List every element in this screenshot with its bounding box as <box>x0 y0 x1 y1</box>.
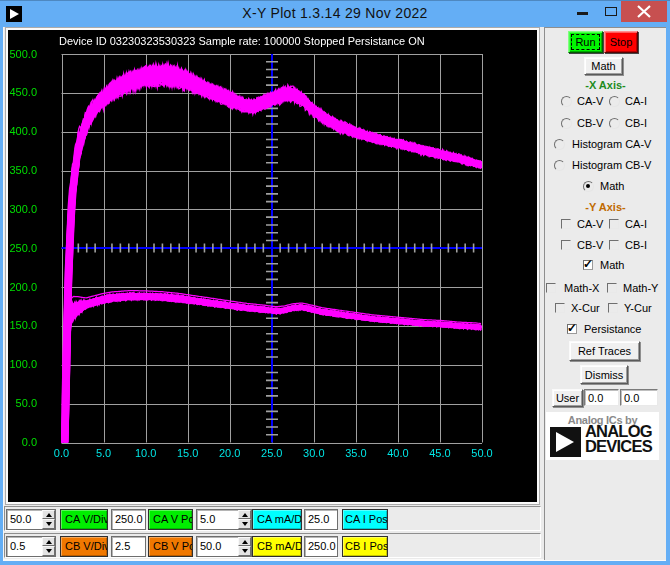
checkbox-persistance[interactable]: ✓ <box>567 324 577 334</box>
checkbox-y-cur[interactable]: ✓ <box>608 303 618 313</box>
titlebar: X-Y Plot 1.3.14 29 Nov 2022 <box>0 0 670 27</box>
radio-x-math[interactable] <box>583 181 594 192</box>
ca-i-pos-input[interactable]: 25.0 <box>304 509 338 530</box>
checkbox-y-cb-i[interactable]: ✓ <box>609 240 619 250</box>
cb-v-div-spinbox[interactable]: 0.5 <box>6 536 56 557</box>
ca-ma-div-button-label: CA mA/Div <box>257 513 302 525</box>
up-arrow-icon <box>242 540 248 544</box>
x-axis-section-label: -X Axis- <box>545 79 666 91</box>
ca-v-div-value[interactable]: 50.0 <box>10 510 31 529</box>
y-axis-section-label: -Y Axis- <box>545 201 666 213</box>
ca-i-div-value[interactable]: 5.0 <box>200 510 215 529</box>
dismiss-button[interactable]: Dismiss <box>580 365 628 384</box>
ca-v-div-up-button[interactable] <box>42 510 55 520</box>
app-window: X-Y Plot 1.3.14 29 Nov 2022 Run Stop Mat… <box>0 0 670 565</box>
up-arrow-icon <box>46 513 52 517</box>
checkbox-y-ca-v[interactable]: ✓ <box>561 219 571 229</box>
radio-x-cb-i[interactable] <box>609 118 620 129</box>
ca-controls-row: 50.0 CA V/Div 250.0 CA V Pos 5.0 CA mA/D… <box>4 506 541 531</box>
ca-i-div-down-button[interactable] <box>238 519 251 529</box>
ca-v-div-spinbox[interactable]: 50.0 <box>6 509 56 530</box>
user-button[interactable]: User <box>552 389 583 407</box>
radio-x-ca-v-label: CA-V <box>577 95 603 107</box>
ca-i-pos-value: 25.0 <box>308 513 329 525</box>
checkbox-y-math[interactable]: ✓ <box>583 260 593 270</box>
ca-i-div-up-button[interactable] <box>238 510 251 520</box>
radio-x-ca-i-label: CA-I <box>625 95 647 107</box>
cb-i-div-value[interactable]: 50.0 <box>200 537 221 556</box>
stop-button-label: Stop <box>610 36 633 48</box>
checkbox-math-x-label: Math-X <box>564 282 599 294</box>
radio-x-histogram-cb-v-label: Histogram CB-V <box>572 159 651 171</box>
up-arrow-icon <box>242 513 248 517</box>
cb-i-div-up-button[interactable] <box>238 537 251 547</box>
plot-frame <box>5 27 540 505</box>
ca-v-div-button[interactable]: CA V/Div <box>60 509 108 530</box>
radio-x-cb-v[interactable] <box>561 118 572 129</box>
minimize-button[interactable] <box>568 1 596 22</box>
maximize-button[interactable] <box>596 1 624 22</box>
down-arrow-icon <box>242 549 248 553</box>
checkbox-x-cur-label: X-Cur <box>571 302 600 314</box>
cb-i-pos-value: 250.0 <box>308 540 336 552</box>
radio-x-ca-v[interactable] <box>561 96 572 107</box>
checkbox-y-math-label: Math <box>600 259 624 271</box>
math-button[interactable]: Math <box>584 57 623 75</box>
radio-x-ca-i[interactable] <box>609 96 620 107</box>
ca-ma-div-button[interactable]: CA mA/Div <box>252 509 302 530</box>
user-value-1-input[interactable]: 0.0 <box>584 389 619 406</box>
cb-i-pos-button[interactable]: CB I Pos <box>342 536 388 557</box>
close-button[interactable] <box>621 1 667 22</box>
cb-v-div-value[interactable]: 0.5 <box>10 537 25 556</box>
cb-v-div-up-button[interactable] <box>42 537 55 547</box>
ref-traces-button[interactable]: Ref Traces <box>569 341 640 361</box>
cb-ma-div-button[interactable]: CB mA/Div <box>252 536 302 557</box>
cb-i-div-down-button[interactable] <box>238 546 251 556</box>
cb-v-pos-button[interactable]: CB V Pos <box>148 536 193 557</box>
cb-i-pos-input[interactable]: 250.0 <box>304 536 338 557</box>
adi-logo-line2: DEVICES <box>585 439 659 454</box>
ca-v-div-down-button[interactable] <box>42 519 55 529</box>
user-value-2-input[interactable]: 0.0 <box>620 389 658 406</box>
radio-x-histogram-ca-v[interactable] <box>554 139 565 150</box>
adi-logo: Analog ICs by ANALOG DEVICES <box>546 412 659 460</box>
checkbox-x-cur[interactable]: ✓ <box>555 303 565 313</box>
user-label: User <box>556 392 579 404</box>
ca-v-pos-button[interactable]: CA V Pos <box>148 509 193 530</box>
checkbox-y-ca-v-label: CA-V <box>577 218 603 230</box>
checkbox-math-x[interactable]: ✓ <box>546 283 556 293</box>
run-button[interactable]: Run <box>568 31 603 53</box>
cb-i-pos-button-label: CB I Pos <box>345 540 388 552</box>
checkbox-y-cb-v[interactable]: ✓ <box>561 240 571 250</box>
ca-v-div-button-label: CA V/Div <box>65 513 108 525</box>
window-body: Run Stop Math -X Axis- CA-V CA-I CB-V CB… <box>3 27 666 561</box>
cb-v-pos-button-label: CB V Pos <box>153 540 193 552</box>
dismiss-label: Dismiss <box>585 369 624 381</box>
checkbox-y-ca-i[interactable]: ✓ <box>609 219 619 229</box>
cb-v-div-button[interactable]: CB V/Div <box>60 536 108 557</box>
cb-v-pos-value: 2.5 <box>115 540 130 552</box>
close-icon <box>621 1 667 22</box>
ca-i-div-spinbox[interactable]: 5.0 <box>196 509 252 530</box>
minimize-icon <box>577 12 588 15</box>
cb-ma-div-button-label: CB mA/Div <box>257 540 302 552</box>
adi-logo-triangle-icon <box>550 427 581 457</box>
cb-controls-row: 0.5 CB V/Div 2.5 CB V Pos 50.0 CB mA/Div… <box>4 533 541 558</box>
radio-x-math-label: Math <box>600 180 624 192</box>
radio-x-cb-i-label: CB-I <box>625 117 647 129</box>
ca-v-pos-input[interactable]: 250.0 <box>111 509 146 530</box>
sidebar: Run Stop Math -X Axis- CA-V CA-I CB-V CB… <box>544 27 666 560</box>
ca-i-pos-button[interactable]: CA I Pos <box>342 509 388 530</box>
checkbox-y-cb-v-label: CB-V <box>577 239 603 251</box>
checkbox-math-y[interactable]: ✓ <box>607 283 617 293</box>
cb-i-div-spinbox[interactable]: 50.0 <box>196 536 252 557</box>
ca-v-pos-button-label: CA V Pos <box>153 513 193 525</box>
checkbox-y-ca-i-label: CA-I <box>625 218 647 230</box>
ref-traces-label: Ref Traces <box>578 345 631 357</box>
cb-v-pos-input[interactable]: 2.5 <box>111 536 146 557</box>
plot-canvas[interactable] <box>8 30 537 502</box>
stop-button[interactable]: Stop <box>604 31 638 53</box>
radio-x-histogram-cb-v[interactable] <box>554 160 565 171</box>
ca-i-pos-button-label: CA I Pos <box>345 513 388 525</box>
cb-v-div-down-button[interactable] <box>42 546 55 556</box>
